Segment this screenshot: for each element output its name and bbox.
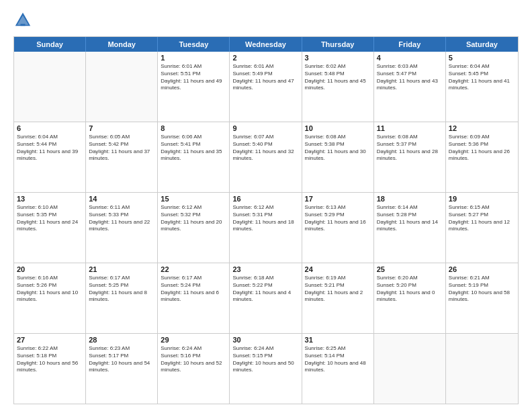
daylight-text: Daylight: 11 hours and 18 minutes. bbox=[232, 219, 298, 234]
daylight-text: Daylight: 11 hours and 26 minutes. bbox=[449, 148, 515, 163]
daylight-text: Daylight: 11 hours and 32 minutes. bbox=[232, 148, 298, 163]
day-number: 20 bbox=[17, 265, 83, 273]
day-number: 13 bbox=[17, 195, 83, 203]
sunrise-text: Sunrise: 6:17 AM bbox=[89, 275, 154, 282]
day-number: 24 bbox=[305, 265, 371, 273]
daylight-text: Daylight: 11 hours and 4 minutes. bbox=[232, 289, 298, 304]
day-number: 29 bbox=[161, 336, 226, 344]
day-cell-3: 3Sunrise: 6:02 AMSunset: 5:48 PMDaylight… bbox=[302, 52, 374, 122]
daylight-text: Daylight: 10 hours and 48 minutes. bbox=[305, 360, 371, 375]
sunrise-text: Sunrise: 6:18 AM bbox=[232, 275, 298, 282]
sunset-text: Sunset: 5:33 PM bbox=[89, 212, 154, 219]
day-number: 26 bbox=[449, 265, 515, 273]
daylight-text: Daylight: 10 hours and 58 minutes. bbox=[449, 289, 515, 304]
sunrise-text: Sunrise: 6:01 AM bbox=[232, 63, 298, 71]
daylight-text: Daylight: 11 hours and 2 minutes. bbox=[305, 289, 371, 304]
sunset-text: Sunset: 5:18 PM bbox=[17, 353, 83, 360]
sunrise-text: Sunrise: 6:22 AM bbox=[17, 345, 83, 353]
day-cell-5: 5Sunrise: 6:04 AMSunset: 5:45 PMDaylight… bbox=[446, 52, 518, 122]
day-cell-9: 9Sunrise: 6:07 AMSunset: 5:40 PMDaylight… bbox=[230, 122, 302, 192]
sunrise-text: Sunrise: 6:04 AM bbox=[449, 63, 515, 71]
logo bbox=[13, 11, 36, 30]
day-cell-8: 8Sunrise: 6:06 AMSunset: 5:41 PMDaylight… bbox=[158, 122, 230, 192]
day-cell-30: 30Sunrise: 6:24 AMSunset: 5:15 PMDayligh… bbox=[230, 334, 302, 404]
sunrise-text: Sunrise: 6:14 AM bbox=[377, 204, 443, 212]
sunrise-text: Sunrise: 6:23 AM bbox=[89, 345, 154, 353]
daylight-text: Daylight: 10 hours and 50 minutes. bbox=[232, 360, 298, 375]
day-cell-6: 6Sunrise: 6:04 AMSunset: 5:44 PMDaylight… bbox=[14, 122, 86, 192]
header-day-sunday: Sunday bbox=[14, 37, 86, 52]
day-cell-26: 26Sunrise: 6:21 AMSunset: 5:19 PMDayligh… bbox=[446, 263, 518, 333]
day-number: 2 bbox=[232, 54, 298, 62]
sunset-text: Sunset: 5:35 PM bbox=[17, 212, 83, 219]
day-number: 1 bbox=[161, 54, 226, 62]
day-number: 12 bbox=[449, 124, 515, 132]
daylight-text: Daylight: 10 hours and 56 minutes. bbox=[17, 360, 83, 375]
sunset-text: Sunset: 5:42 PM bbox=[89, 141, 154, 148]
day-cell-2: 2Sunrise: 6:01 AMSunset: 5:49 PMDaylight… bbox=[230, 52, 302, 122]
sunset-text: Sunset: 5:19 PM bbox=[449, 282, 515, 289]
header-day-thursday: Thursday bbox=[302, 37, 374, 52]
sunset-text: Sunset: 5:41 PM bbox=[161, 141, 226, 148]
calendar-header: SundayMondayTuesdayWednesdayThursdayFrid… bbox=[14, 37, 518, 52]
sunset-text: Sunset: 5:14 PM bbox=[305, 353, 371, 360]
sunset-text: Sunset: 5:38 PM bbox=[305, 141, 371, 148]
day-cell-27: 27Sunrise: 6:22 AMSunset: 5:18 PMDayligh… bbox=[14, 334, 86, 404]
sunset-text: Sunset: 5:28 PM bbox=[377, 212, 443, 219]
week-row-1: 1Sunrise: 6:01 AMSunset: 5:51 PMDaylight… bbox=[14, 52, 518, 122]
svg-rect-2 bbox=[21, 24, 26, 26]
sunrise-text: Sunrise: 6:20 AM bbox=[377, 275, 443, 282]
day-cell-18: 18Sunrise: 6:14 AMSunset: 5:28 PMDayligh… bbox=[374, 193, 446, 263]
daylight-text: Daylight: 10 hours and 54 minutes. bbox=[89, 360, 154, 375]
header-day-wednesday: Wednesday bbox=[230, 37, 302, 52]
sunrise-text: Sunrise: 6:24 AM bbox=[232, 345, 298, 353]
week-row-4: 20Sunrise: 6:16 AMSunset: 5:26 PMDayligh… bbox=[14, 263, 518, 333]
day-cell-28: 28Sunrise: 6:23 AMSunset: 5:17 PMDayligh… bbox=[86, 334, 158, 404]
week-row-2: 6Sunrise: 6:04 AMSunset: 5:44 PMDaylight… bbox=[14, 122, 518, 192]
day-number: 30 bbox=[232, 336, 298, 344]
header-day-saturday: Saturday bbox=[446, 37, 518, 52]
day-number: 15 bbox=[161, 195, 226, 203]
week-row-5: 27Sunrise: 6:22 AMSunset: 5:18 PMDayligh… bbox=[14, 333, 518, 404]
sunrise-text: Sunrise: 6:12 AM bbox=[232, 204, 298, 212]
empty-cell bbox=[14, 52, 86, 122]
logo-icon bbox=[13, 11, 32, 30]
day-number: 25 bbox=[377, 265, 443, 273]
day-cell-7: 7Sunrise: 6:05 AMSunset: 5:42 PMDaylight… bbox=[86, 122, 158, 192]
sunrise-text: Sunrise: 6:10 AM bbox=[17, 204, 83, 212]
day-number: 27 bbox=[17, 336, 83, 344]
sunrise-text: Sunrise: 6:13 AM bbox=[305, 204, 371, 212]
sunrise-text: Sunrise: 6:25 AM bbox=[305, 345, 371, 353]
sunrise-text: Sunrise: 6:05 AM bbox=[89, 134, 154, 141]
day-number: 10 bbox=[305, 124, 371, 132]
daylight-text: Daylight: 11 hours and 22 minutes. bbox=[89, 219, 154, 234]
day-number: 17 bbox=[305, 195, 371, 203]
header-day-friday: Friday bbox=[374, 37, 446, 52]
daylight-text: Daylight: 11 hours and 43 minutes. bbox=[377, 78, 443, 93]
day-cell-11: 11Sunrise: 6:08 AMSunset: 5:37 PMDayligh… bbox=[374, 122, 446, 192]
sunset-text: Sunset: 5:36 PM bbox=[449, 141, 515, 148]
calendar-body: 1Sunrise: 6:01 AMSunset: 5:51 PMDaylight… bbox=[14, 52, 518, 404]
day-number: 18 bbox=[377, 195, 443, 203]
sunset-text: Sunset: 5:51 PM bbox=[161, 71, 226, 78]
sunrise-text: Sunrise: 6:16 AM bbox=[17, 275, 83, 282]
sunrise-text: Sunrise: 6:12 AM bbox=[161, 204, 226, 212]
sunrise-text: Sunrise: 6:21 AM bbox=[449, 275, 515, 282]
sunrise-text: Sunrise: 6:24 AM bbox=[161, 345, 226, 353]
day-number: 7 bbox=[89, 124, 154, 132]
day-number: 11 bbox=[377, 124, 443, 132]
day-number: 4 bbox=[377, 54, 443, 62]
sunset-text: Sunset: 5:32 PM bbox=[161, 212, 226, 219]
sunset-text: Sunset: 5:22 PM bbox=[232, 282, 298, 289]
daylight-text: Daylight: 11 hours and 39 minutes. bbox=[17, 148, 83, 163]
day-cell-12: 12Sunrise: 6:09 AMSunset: 5:36 PMDayligh… bbox=[446, 122, 518, 192]
day-cell-10: 10Sunrise: 6:08 AMSunset: 5:38 PMDayligh… bbox=[302, 122, 374, 192]
daylight-text: Daylight: 11 hours and 12 minutes. bbox=[449, 219, 515, 234]
day-cell-21: 21Sunrise: 6:17 AMSunset: 5:25 PMDayligh… bbox=[86, 263, 158, 333]
week-row-3: 13Sunrise: 6:10 AMSunset: 5:35 PMDayligh… bbox=[14, 192, 518, 263]
daylight-text: Daylight: 11 hours and 14 minutes. bbox=[377, 219, 443, 234]
daylight-text: Daylight: 11 hours and 16 minutes. bbox=[305, 219, 371, 234]
day-cell-16: 16Sunrise: 6:12 AMSunset: 5:31 PMDayligh… bbox=[230, 193, 302, 263]
sunset-text: Sunset: 5:17 PM bbox=[89, 353, 154, 360]
daylight-text: Daylight: 11 hours and 6 minutes. bbox=[161, 289, 226, 304]
